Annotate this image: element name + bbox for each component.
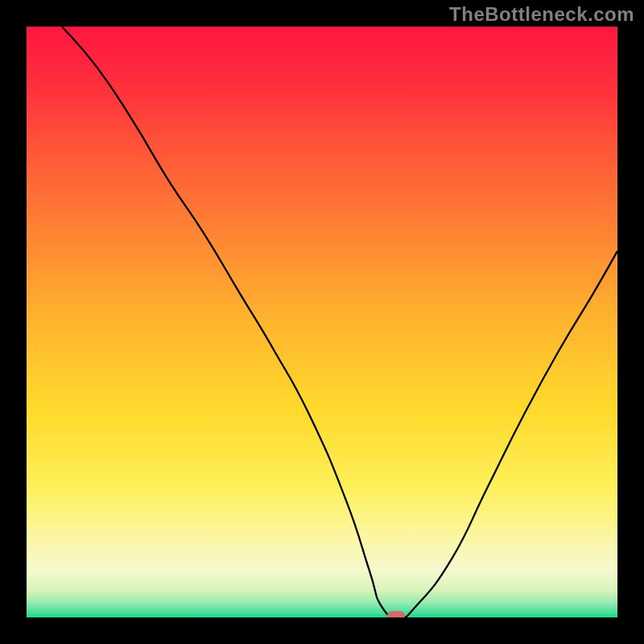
optimal-point-marker bbox=[387, 611, 405, 617]
chart-frame: TheBottleneck.com bbox=[0, 0, 644, 644]
plot-area bbox=[27, 27, 617, 617]
watermark-label: TheBottleneck.com bbox=[449, 3, 634, 26]
bottleneck-curve bbox=[27, 27, 617, 617]
